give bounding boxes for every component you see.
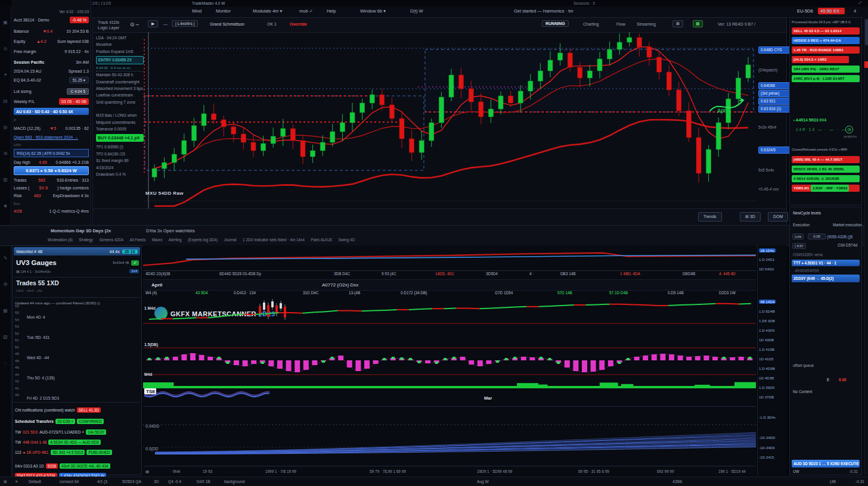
- account-row[interactable]: Day high 4.65 0.64866 +0.3 21B: [14, 158, 89, 166]
- account-row[interactable]: RSI(14) 62.35 | ATR 0.0042 5x: [14, 149, 89, 157]
- signal-row[interactable]: (4RR) 5RL 45 4 — 44.7.5R1T: [792, 156, 860, 163]
- lots-input[interactable]: 0.05: [808, 233, 826, 239]
- account-row[interactable]: (v5r): [14, 141, 89, 148]
- oscillator-chart[interactable]: GKFX MARKETSCANNER 2D23TSE: [143, 298, 756, 404]
- tool-icon[interactable]: ▥: [2, 177, 9, 182]
- account-row[interactable]: Trades 563 533-Entries · 313: [14, 176, 89, 183]
- ribbon-chart[interactable]: [143, 406, 756, 464]
- tool-icon[interactable]: ▧: [2, 334, 9, 339]
- alert-row[interactable]: TW 021 5D3 AUD-0723/T1 LOADED + 14x 5D3Y: [15, 428, 140, 436]
- session-strip[interactable]: 2DD3Y (E49 → 45-D(2): [792, 275, 860, 282]
- tool-icon[interactable]: ▦: [2, 308, 9, 313]
- signal-row[interactable]: YDR5.R11.R3F · 4RF · Y3R33: [792, 185, 860, 192]
- account-row[interactable]: Losses ( 5X-5 ) hedge corridors: [14, 184, 89, 191]
- tool-icon[interactable]: ◌: [2, 360, 9, 366]
- menu-item[interactable]: Monitor: [216, 8, 231, 14]
- list-item[interactable]: Wed 4D-44: [27, 354, 137, 361]
- overview-line-chart[interactable]: [143, 245, 756, 271]
- override-alert[interactable]: Override: [290, 22, 307, 26]
- account-row[interactable]: 4/28 1 Q-C metrics-Q 4hrs: [14, 207, 89, 214]
- account-row[interactable]: Balance ▼0.4 10 204.53 B: [14, 27, 89, 35]
- tool-icon[interactable]: ✎: [2, 256, 9, 261]
- mini-chart-icon[interactable]: ▦: [693, 20, 703, 27]
- account-row[interactable]: Equity ▲4.2 Sum layered 038: [14, 38, 89, 45]
- grid-icon[interactable]: ⊞: [672, 20, 683, 27]
- menu-item[interactable]: Window 6b ▾: [360, 8, 386, 14]
- alert-row[interactable]: Cht notifications (combined) watch SELL …: [15, 406, 140, 414]
- menu-item[interactable]: Help: [327, 8, 336, 14]
- menu-item[interactable]: D(t) W: [410, 8, 423, 14]
- menu-item[interactable]: Mind: [192, 8, 202, 14]
- tool-icon[interactable]: ⊞: [2, 151, 9, 156]
- alert-row[interactable]: 04/x 0313 A3 1D 5338 43x4 3D 3437E 44L 4…: [15, 462, 140, 470]
- signal-row[interactable]: 4 5R14 31R1RL ∪ 1R1R3R: [792, 175, 860, 182]
- scrollbar-thumb[interactable]: [865, 19, 868, 45]
- account-row[interactable]: Exit: [14, 200, 89, 207]
- account-row[interactable]: Risk 463 ExpDrawdown 4 3x: [14, 192, 89, 199]
- leaders-button[interactable]: | L4xd4rs |: [172, 20, 198, 27]
- list-item[interactable]: Thu 5D4 (135): [27, 375, 137, 381]
- chart-footer-button[interactable]: ⊞ 3D: [740, 212, 761, 222]
- signal-row[interactable]: SELL 45 03 4.5 — 03 1.0314: [792, 27, 860, 35]
- charting-button[interactable]: Charting: [583, 22, 599, 26]
- tool-icon[interactable]: ✦: [2, 72, 9, 77]
- menu-item[interactable]: Modulate 4m ▾: [253, 8, 282, 14]
- account-row[interactable]: Ver 4.02 · 100.03: [14, 8, 89, 15]
- alert-row[interactable]: Scheduled Transfers 1D D35 + CONFIRMED: [15, 417, 140, 425]
- flow-button[interactable]: Flow: [616, 22, 625, 26]
- signal-row[interactable]: 5RSC5 1R4DL 1 B1 45 1R5RL: [792, 166, 860, 173]
- list-item[interactable]: Mon 4D4: [27, 314, 137, 320]
- chips-row[interactable]: ▤ (34 ‖ 1 · 3x34x43x 3x4: [16, 269, 139, 273]
- status-item: (4B: [830, 479, 836, 484]
- divider-tabs-row[interactable]: Moderation (4) Strategy Screens 42D4 All…: [48, 238, 355, 242]
- alert-row[interactable]: TW 448 Grid 1.48 A 5D34 3D 4D3 — AUD-5D3: [15, 438, 140, 446]
- menu-item[interactable]: mob ✓: [299, 8, 313, 14]
- tool-icon[interactable]: ◎: [2, 46, 9, 51]
- signal-row[interactable]: (34.5) 534.5 × 14R3: [792, 56, 849, 63]
- menu-item[interactable]: Get started — Harmonics · tm: [514, 8, 574, 14]
- account-row[interactable]: 2024.04.15 AU Spread 1.3: [14, 67, 89, 74]
- price-field[interactable]: (9055.432B ((B: [827, 235, 852, 239]
- list-item[interactable]: Tue /5D431: [27, 334, 137, 341]
- alert-badge[interactable]: 45.5D EX ·: [818, 8, 845, 14]
- signal-row[interactable]: 24RC (R14 p.4) · L33R D14RT: [792, 75, 860, 82]
- watchlist-header[interactable]: Watchlist # 4B 44.4x 35 1X: [14, 247, 140, 256]
- running-button[interactable]: RUNNING: [542, 20, 569, 27]
- right-scrollbar[interactable]: [864, 17, 868, 475]
- ticket-strip[interactable]: TTT ♦ 4.5DD1 V1 · 44 · 1: [792, 260, 860, 266]
- tool-icon[interactable]: ▣: [2, 20, 9, 25]
- chart-footer-button[interactable]: Trends: [698, 212, 722, 222]
- play-button[interactable]: ▶: [148, 20, 158, 27]
- alert-row[interactable]: 113 ● 1B UFD 481. 5D 343 +4.5 5315 PUBLI…: [15, 448, 140, 456]
- account-row[interactable]: Session Pacific 3m AM: [14, 58, 89, 66]
- streaming-button[interactable]: Streaming: [637, 22, 656, 26]
- account-row[interactable]: 0.6371 ▸ 0.58 ◂ 0.6324 W: [14, 166, 89, 175]
- ok-label[interactable]: OK 1: [267, 22, 277, 26]
- execution-mode[interactable]: Market execution: [833, 223, 862, 227]
- tool-icon[interactable]: ⚙: [2, 282, 9, 287]
- account-row[interactable]: AU 0.63 · SD 0.43 · 4D 0.53 4X: [14, 108, 89, 115]
- tool-icon[interactable]: ▤: [2, 98, 9, 104]
- list-item[interactable]: Fri 4D2 D15 5D3: [27, 395, 137, 401]
- account-row[interactable]: Lot sizing C 4.04 5: [14, 88, 89, 95]
- account-row[interactable]: MACD (12,26) ▼5 0.00135 · 62: [14, 124, 89, 132]
- candlestick-chart[interactable]: Apr: [144, 32, 757, 208]
- zoom-icon[interactable]: ⊙ –: [130, 21, 139, 27]
- account-row[interactable]: Open 563 · 503-statement 2024 →: [14, 133, 89, 141]
- execute-strip[interactable]: AUD 3D 5D23 1 … 5 X29D EXECUTE: [792, 460, 860, 468]
- signal-row[interactable]: HEDGE 0 REG + 474.44-GA: [792, 37, 860, 44]
- account-row[interactable]: Free margin 9 915.22 · 4x: [14, 48, 89, 55]
- signal-row[interactable]: 1R4 (4R5 P4) · 1RR1 RD17: [792, 66, 860, 73]
- account-row[interactable]: EQ 84.3-40-02 51.25 ▾: [14, 76, 89, 83]
- account-row[interactable]: Acct 38114 · Demo -0.46 %: [14, 16, 89, 23]
- tool-icon[interactable]: ◍: [2, 124, 9, 130]
- expand-icon[interactable]: ⤢: [858, 1, 861, 5]
- gauge-row[interactable]: UV3 Gauges 5x43x4 (B ✓: [16, 258, 139, 267]
- ticker-item: 6D44D 5D28 03-4DB Dy: [219, 272, 261, 276]
- tool-icon[interactable]: ◈: [2, 203, 9, 208]
- period-row[interactable]: April A0772 (O2x) Dxx: [143, 279, 756, 291]
- account-row[interactable]: Weekly P/L 03 05 · 40 0B: [14, 98, 89, 105]
- account-row[interactable]: P: [14, 117, 89, 124]
- signal-row[interactable]: 1.45 TR · R1D RANGE 148B1: [792, 46, 860, 54]
- chart-footer-button[interactable]: DOM: [768, 212, 788, 222]
